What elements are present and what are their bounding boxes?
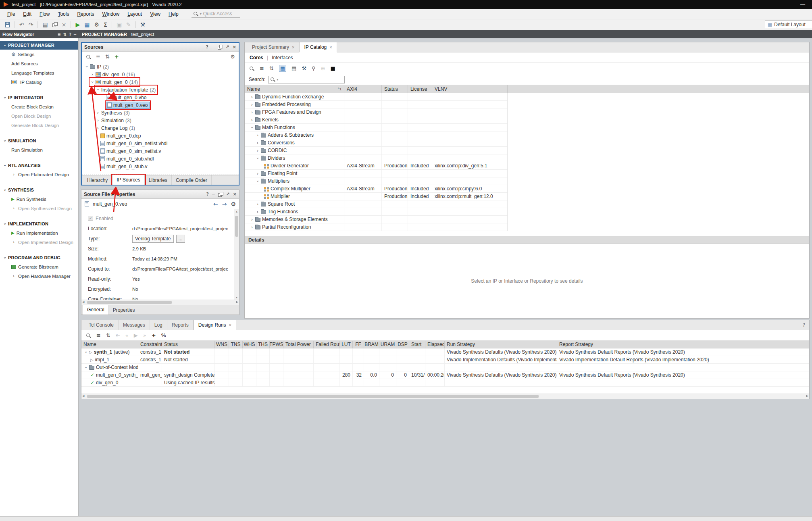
column-constraints[interactable]: Constraints — [138, 341, 162, 348]
sidebar-item-settings[interactable]: ⚙ Settings — [0, 50, 78, 59]
category-row[interactable]: Kernels — [245, 116, 508, 124]
chevron-right-icon[interactable] — [250, 118, 254, 122]
scroll-left-icon[interactable]: ◀ — [82, 394, 84, 398]
run-row-synth-1[interactable]: ▷ synth_1 (active) constrs_1 Not started… — [81, 348, 809, 356]
sidebar-item-program-and-debug[interactable]: PROGRAM AND DEBUG — [0, 253, 78, 262]
debug-tools-icon[interactable]: ⚒ — [140, 21, 146, 28]
link-icon[interactable]: ⚲ — [312, 65, 316, 71]
column-report-strategy[interactable]: Report Strategy — [557, 341, 809, 348]
subnav-cores[interactable]: Cores — [250, 55, 263, 60]
settings-gear-icon[interactable]: ⚙ — [230, 54, 235, 60]
help-icon[interactable]: ? — [69, 32, 71, 37]
tab-project-summary[interactable]: Project Summary × — [248, 42, 299, 52]
menu-window[interactable]: Window — [98, 10, 123, 19]
scroll-right-icon[interactable]: ▶ — [236, 300, 238, 304]
enabled-checkbox[interactable]: ✓ — [88, 216, 93, 221]
search-icon[interactable] — [85, 54, 91, 60]
run-icon[interactable]: ▶ — [75, 21, 80, 28]
column-start[interactable]: Start — [409, 341, 425, 348]
column-axi4[interactable]: AXI4 — [344, 85, 382, 93]
tab-libraries[interactable]: Libraries — [145, 175, 172, 185]
search-icon[interactable] — [85, 333, 91, 338]
chevron-down-icon[interactable] — [84, 350, 88, 354]
minimize-icon[interactable]: ─ — [212, 192, 215, 197]
sidebar-item-project-manager[interactable]: PROJECT MANAGER — [0, 41, 78, 50]
tab-design-runs[interactable]: Design Runs × — [194, 320, 236, 330]
redo-icon[interactable]: ↷ — [29, 21, 33, 28]
report-icon[interactable]: ▤ — [42, 21, 48, 28]
chevron-right-icon[interactable] — [11, 172, 16, 177]
tab-ip-sources[interactable]: IP Sources — [112, 175, 144, 185]
sidebar-item-add-sources[interactable]: Add Sources — [0, 59, 78, 68]
sidebar-item-implementation[interactable]: IMPLEMENTATION — [0, 219, 78, 228]
run-row-div-gen-0[interactable]: ✓ div_gen_0 Using cached IP results — [81, 379, 809, 387]
category-row[interactable]: Floating Point — [245, 170, 508, 177]
minimize-panel-icon[interactable]: ─ — [74, 32, 76, 37]
chevron-down-icon[interactable] — [256, 179, 260, 183]
scrollbar-thumb[interactable] — [87, 395, 539, 398]
close-icon[interactable]: × — [329, 45, 332, 50]
chevron-down-icon[interactable] — [3, 95, 7, 100]
chevron-right-icon[interactable] — [255, 202, 260, 206]
column-license[interactable]: License — [408, 85, 432, 93]
tree-item-synthesis[interactable]: Synthesis (3) — [82, 109, 239, 117]
scrollbar-thumb[interactable] — [235, 216, 238, 237]
category-row-dividers[interactable]: Dividers — [245, 154, 508, 162]
close-icon[interactable]: × — [233, 44, 236, 50]
column-status[interactable]: Status — [382, 85, 408, 93]
column-failed-routes[interactable]: Failed Routes — [314, 341, 340, 348]
save-icon[interactable] — [5, 22, 10, 27]
menu-tools[interactable]: Tools — [54, 10, 73, 19]
tree-item-mult-gen-0-veo[interactable]: mult_gen_0.veo — [82, 101, 239, 109]
minimize-icon[interactable]: — — [800, 2, 808, 7]
horizontal-scrollbar[interactable]: ◀ ▶ — [81, 300, 239, 305]
menu-edit[interactable]: Edit — [19, 10, 35, 19]
tree-item-sim-netlist-vhdl[interactable]: mult_gen_0_sim_netlist.vhdl — [82, 140, 239, 147]
column-lut[interactable]: LUT — [340, 341, 353, 348]
browse-button[interactable]: ... — [176, 235, 185, 243]
tab-properties[interactable]: Properties — [109, 305, 139, 315]
ip-row-divider-generator[interactable]: Divider Generator AXI4-Stream Production… — [245, 162, 508, 170]
category-row[interactable]: Embedded Processing — [245, 101, 508, 108]
sidebar-item-create-block-design[interactable]: Create Block Design — [0, 102, 78, 111]
chevron-right-icon[interactable] — [255, 210, 260, 214]
help-icon[interactable]: ? — [803, 322, 805, 328]
ip-search-input[interactable]: ▾ — [268, 76, 345, 83]
column-ths[interactable]: THS — [256, 341, 270, 348]
undo-icon[interactable]: ↶ — [19, 21, 24, 28]
column-elapsed[interactable]: Elapsed — [425, 341, 445, 348]
tree-item-instantiation-template[interactable]: Instantiation Template (2) — [82, 86, 239, 94]
settings-gear-icon[interactable]: ⚙ — [231, 201, 236, 207]
minimize-icon[interactable]: ─ — [212, 44, 214, 50]
tab-compile-order[interactable]: Compile Order — [172, 175, 212, 185]
collapse-all-icon[interactable]: ≡ — [260, 65, 264, 71]
tree-item-ip[interactable]: IP (2) — [82, 63, 239, 71]
category-row[interactable]: Trig Functions — [245, 208, 508, 216]
category-row[interactable]: Conversions — [245, 139, 508, 147]
chevron-down-icon[interactable] — [84, 365, 88, 370]
category-row[interactable]: CORDIC — [245, 147, 508, 154]
sidebar-item-simulation[interactable]: SIMULATION — [0, 136, 78, 145]
flat-view-icon[interactable]: ▤ — [291, 65, 296, 71]
expand-all-icon[interactable]: ⇅ — [269, 65, 274, 71]
float-icon[interactable] — [218, 192, 223, 197]
run-row-mult-gen-0-synth-1[interactable]: ✓ mult_gen_0_synth_1 mult_gen_0 synth_de… — [81, 371, 809, 379]
scroll-left-icon[interactable]: ◀ — [82, 300, 84, 304]
chevron-down-icon[interactable] — [3, 163, 7, 168]
column-vlnv[interactable]: VLNV — [432, 85, 508, 93]
tree-item-simulation[interactable]: Simulation (3) — [82, 117, 239, 124]
column-total-power[interactable]: Total Power — [283, 341, 314, 348]
sidebar-item-language-templates[interactable]: Language Templates — [0, 68, 78, 77]
scroll-down-icon[interactable]: ▼ — [234, 296, 239, 299]
chevron-down-icon[interactable] — [3, 255, 7, 260]
copy-icon[interactable] — [52, 22, 57, 27]
chevron-right-icon[interactable] — [96, 110, 100, 115]
scroll-right-icon[interactable]: ▶ — [806, 394, 808, 398]
tree-item-sim-netlist-v[interactable]: mult_gen_0_sim_netlist.v — [82, 147, 239, 155]
category-row[interactable]: Square Root — [245, 200, 508, 208]
column-whs[interactable]: WHS — [243, 341, 256, 348]
sidebar-item-ip-integrator[interactable]: IP INTEGRATOR — [0, 93, 78, 102]
collapse-all-icon[interactable]: ≡ — [96, 54, 100, 60]
menu-flow[interactable]: Flow — [35, 10, 54, 19]
sidebar-item-rtl-analysis[interactable]: RTL ANALYSIS — [0, 161, 78, 170]
